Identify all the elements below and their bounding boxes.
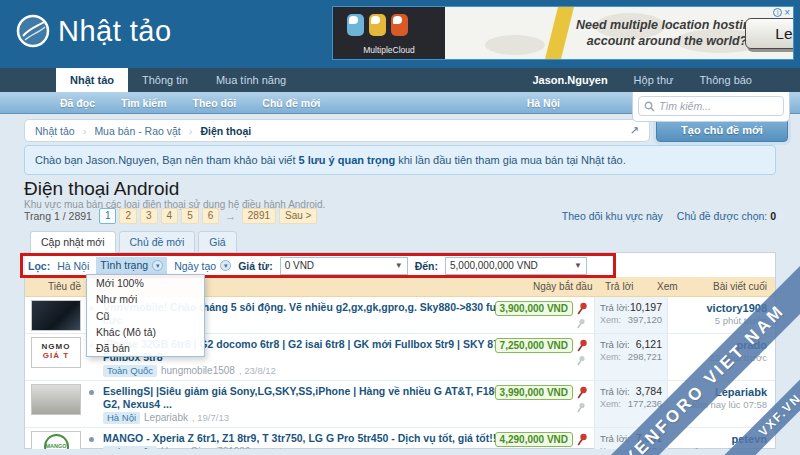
reply-stats: Trả lời:3,784 Xem:177,236 bbox=[594, 381, 668, 427]
thread-author[interactable]: HoangGiang731989 bbox=[161, 446, 251, 449]
location-tag: Hà Nội bbox=[103, 412, 140, 424]
filter-created-dropdown[interactable]: Ngày tạo bbox=[174, 260, 231, 272]
thread-author[interactable]: hungmobile1508 bbox=[161, 365, 235, 377]
page-3-button[interactable]: 3 bbox=[140, 208, 158, 224]
paperclip-icon bbox=[576, 402, 586, 413]
price-to-select[interactable]: 5,000,000,000 VND bbox=[445, 257, 587, 275]
subnav-chu-de-moi[interactable]: Chủ đề mới bbox=[262, 92, 320, 114]
status-option-moi-100[interactable]: Mới 100% bbox=[87, 275, 204, 291]
paperclip-icon bbox=[576, 318, 586, 329]
col-views[interactable]: Xem bbox=[657, 277, 678, 297]
page-6-button[interactable]: 6 bbox=[202, 208, 220, 224]
dropdown-arrow-icon bbox=[395, 261, 403, 270]
status-option-khac[interactable]: Khác (Mô tả) bbox=[87, 324, 204, 340]
subnav-tim-kiem[interactable]: Tìm kiếm bbox=[121, 92, 167, 114]
subnav-da-doc[interactable]: Đã đọc bbox=[60, 92, 95, 114]
follow-area-link[interactable]: Theo dõi khu vực này bbox=[562, 210, 663, 222]
page-1-button[interactable]: 1 bbox=[99, 208, 117, 224]
price-to-label: Đến: bbox=[415, 260, 438, 272]
ad-copy: Need multiple location hosting account a… bbox=[571, 17, 763, 49]
thread-row[interactable]: EsellingS| |Siêu giảm giá Sony,LG,SKY,SS… bbox=[25, 381, 775, 428]
reply-stats: Trả lời:10,197 Xem:397,120 bbox=[594, 297, 668, 333]
status-dropdown-menu: Mới 100% Như mới Cũ Khác (Mô tả) Đã bán bbox=[86, 274, 205, 357]
search-icon bbox=[644, 101, 655, 112]
thread-thumbnail[interactable] bbox=[31, 384, 81, 415]
thread-thumbnail[interactable] bbox=[31, 300, 81, 331]
inbox-link[interactable]: Hộp thư bbox=[634, 68, 674, 92]
quick-nav-icon[interactable] bbox=[630, 124, 639, 137]
tab-nhat-tao[interactable]: Nhật tảo bbox=[56, 68, 128, 92]
thread-date: 16/9/11 bbox=[254, 446, 290, 449]
page-4-button[interactable]: 4 bbox=[161, 208, 179, 224]
thread-date: 23/8/12 bbox=[239, 365, 276, 377]
thread-thumbnail[interactable]: MANGO bbox=[31, 431, 81, 449]
ad-learn-more-button[interactable]: Learn more bbox=[745, 18, 794, 49]
thread-row[interactable]: MANGO MANGO - Xperia Z 6tr1, Z1 8tr9, T … bbox=[25, 428, 775, 449]
location-link[interactable]: Hà Nội bbox=[527, 92, 560, 114]
adchoices-info-icon[interactable] bbox=[773, 8, 782, 17]
paperclip-icon bbox=[576, 355, 586, 366]
last-post-time: Hôm qua lúc 23:26 bbox=[670, 446, 767, 449]
tab-gia[interactable]: Giá bbox=[198, 231, 236, 253]
reply-count: 7,661 bbox=[636, 432, 662, 445]
pagination: Trang 1 / 2891 1 2 3 4 5 6 → 2891 Sau > bbox=[24, 208, 317, 224]
last-poster-link[interactable]: petevn bbox=[670, 433, 767, 445]
last-post: Lepariabk Hôm nay lúc 07:58 bbox=[670, 381, 767, 411]
last-post: victory1908 5 phút trước bbox=[670, 297, 767, 327]
next-page-button[interactable]: Sau > bbox=[279, 208, 317, 224]
tab-chu-de-moi[interactable]: Chủ đề mới bbox=[119, 231, 196, 253]
col-replies[interactable]: Trả lời bbox=[605, 277, 633, 297]
filter-location[interactable]: Hà Nội bbox=[57, 260, 89, 272]
ad-body: Need multiple location hosting account a… bbox=[445, 7, 793, 59]
last-poster-link[interactable]: victory1908 bbox=[670, 302, 767, 314]
status-option-da-ban[interactable]: Đã bán bbox=[87, 340, 204, 356]
notice-link[interactable]: 5 lưu ý quan trọng bbox=[299, 154, 396, 166]
thread-title-link[interactable]: MANGO - Xperia Z 6tr1, Z1 8tr9, T 3tr750… bbox=[103, 432, 560, 445]
status-option-nhu-moi[interactable]: Như mới bbox=[87, 291, 204, 307]
page-2-button[interactable]: 2 bbox=[119, 208, 137, 224]
last-post-time: 5 phút trước bbox=[670, 315, 767, 327]
thread-author[interactable]: Lepariabk bbox=[144, 412, 188, 424]
ad-banner[interactable]: MultipleCloud Need multiple location hos… bbox=[332, 6, 794, 60]
ad-close-icon[interactable] bbox=[784, 8, 790, 17]
welcome-notice: Chào bạn Jason.Nguyen, Bạn nên tham khảo… bbox=[24, 145, 776, 175]
breadcrumb-mua-ban[interactable]: Mua bán - Rao vặt bbox=[94, 125, 180, 137]
account-menu[interactable]: Jason.Nguyen bbox=[532, 68, 607, 92]
pagination-label: Trang 1 / 2891 bbox=[24, 210, 92, 222]
ad-logo-panel: MultipleCloud bbox=[333, 7, 445, 59]
col-last-post[interactable]: Bài viết cuối bbox=[713, 277, 767, 297]
page-5-button[interactable]: 5 bbox=[181, 208, 199, 224]
search-box[interactable] bbox=[638, 96, 784, 116]
filter-status-dropdown[interactable]: Tình trạng bbox=[96, 257, 167, 274]
status-option-cu[interactable]: Cũ bbox=[87, 308, 204, 324]
subnav-theo-doi[interactable]: Theo dõi bbox=[193, 92, 237, 114]
price-badge: 3,900,000 VND bbox=[495, 301, 573, 316]
alerts-link[interactable]: Thông báo bbox=[699, 68, 752, 92]
ad-logo-text: MultipleCloud bbox=[333, 45, 445, 55]
chevron-right-icon: › bbox=[189, 125, 193, 137]
last-post-time: Hôm nay lúc 07:58 bbox=[670, 399, 767, 411]
search-input[interactable] bbox=[659, 100, 771, 112]
tab-mua-tinh-nang[interactable]: Mua tính năng bbox=[202, 68, 300, 92]
dropdown-arrow-icon bbox=[574, 261, 582, 270]
site-logo[interactable]: Nhật tảo bbox=[16, 14, 172, 48]
thread-date: 19/7/13 bbox=[192, 412, 229, 424]
pin-icon bbox=[576, 302, 588, 315]
last-poster-link[interactable]: Lepariabk bbox=[670, 386, 767, 398]
last-page-button[interactable]: 2891 bbox=[242, 208, 276, 224]
chevron-right-icon: › bbox=[83, 125, 87, 137]
breadcrumb-home[interactable]: Nhật tảo bbox=[35, 125, 75, 137]
price-from-select[interactable]: 0 VND bbox=[280, 257, 408, 275]
unread-dot-icon bbox=[89, 390, 94, 395]
reply-count: 10,197 bbox=[630, 301, 662, 314]
tab-thong-tin[interactable]: Thông tin bbox=[128, 68, 202, 92]
multiplecloud-logo-icon bbox=[347, 14, 408, 36]
col-start-date[interactable]: Ngày bắt đầu bbox=[533, 277, 593, 297]
col-title[interactable]: Tiêu đề bbox=[48, 277, 81, 297]
last-poster-link[interactable]: prado bbox=[670, 339, 767, 351]
reply-stats: Trả lời:7,661 Xem:489,574 bbox=[594, 428, 668, 449]
reply-count: 6,121 bbox=[636, 338, 662, 351]
tab-cap-nhat-moi[interactable]: Cập nhật mới bbox=[30, 231, 116, 253]
thread-thumbnail[interactable]: NGMO GIÁ T bbox=[31, 337, 81, 368]
thread-title-link[interactable]: EsellingS| |Siêu giảm giá Sony,LG,SKY,SS… bbox=[103, 385, 560, 411]
